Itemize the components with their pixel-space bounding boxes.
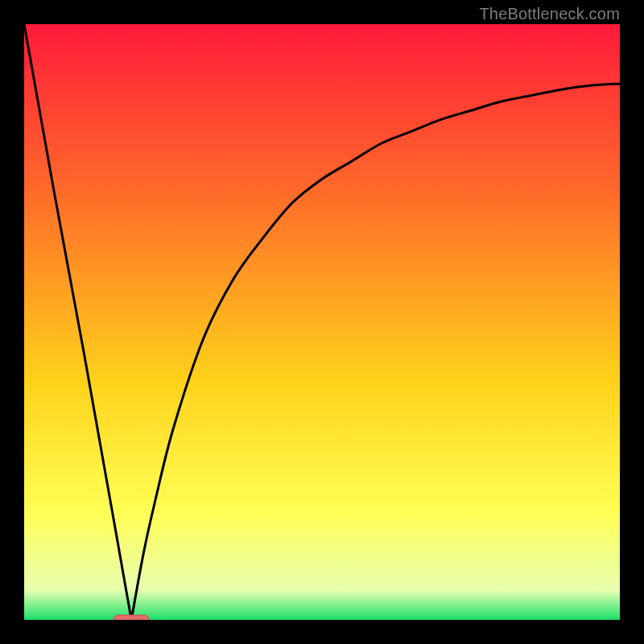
bottleneck-chart — [24, 24, 620, 620]
optimum-marker — [114, 615, 149, 620]
gradient-background — [24, 24, 620, 620]
chart-frame — [24, 24, 620, 620]
attribution-text: TheBottleneck.com — [479, 5, 620, 23]
